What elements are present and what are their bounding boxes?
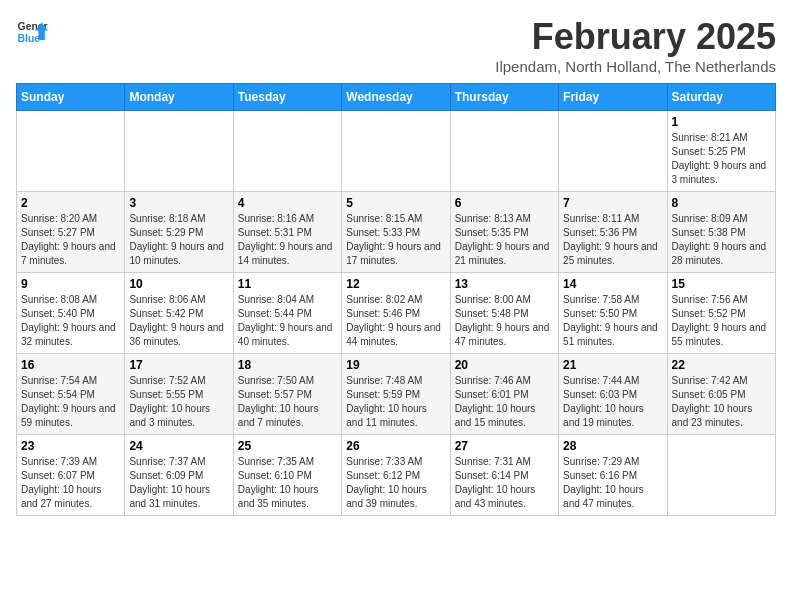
location-title: Ilpendam, North Holland, The Netherlands [495,58,776,75]
day-info: Sunrise: 8:20 AM Sunset: 5:27 PM Dayligh… [21,212,120,268]
day-number: 10 [129,277,228,291]
day-info: Sunrise: 8:21 AM Sunset: 5:25 PM Dayligh… [672,131,771,187]
calendar-week-row: 9Sunrise: 8:08 AM Sunset: 5:40 PM Daylig… [17,273,776,354]
day-number: 6 [455,196,554,210]
page-header: General Blue February 2025 Ilpendam, Nor… [16,16,776,75]
calendar-day-cell: 3Sunrise: 8:18 AM Sunset: 5:29 PM Daylig… [125,192,233,273]
day-info: Sunrise: 8:11 AM Sunset: 5:36 PM Dayligh… [563,212,662,268]
calendar-day-cell: 18Sunrise: 7:50 AM Sunset: 5:57 PM Dayli… [233,354,341,435]
day-info: Sunrise: 8:13 AM Sunset: 5:35 PM Dayligh… [455,212,554,268]
day-of-week-header: Friday [559,84,667,111]
day-info: Sunrise: 8:09 AM Sunset: 5:38 PM Dayligh… [672,212,771,268]
day-info: Sunrise: 8:15 AM Sunset: 5:33 PM Dayligh… [346,212,445,268]
calendar-day-cell: 16Sunrise: 7:54 AM Sunset: 5:54 PM Dayli… [17,354,125,435]
calendar-day-cell: 1Sunrise: 8:21 AM Sunset: 5:25 PM Daylig… [667,111,775,192]
title-area: February 2025 Ilpendam, North Holland, T… [495,16,776,75]
calendar-day-cell [667,435,775,516]
calendar-header-row: SundayMondayTuesdayWednesdayThursdayFrid… [17,84,776,111]
calendar-day-cell: 15Sunrise: 7:56 AM Sunset: 5:52 PM Dayli… [667,273,775,354]
calendar-day-cell: 14Sunrise: 7:58 AM Sunset: 5:50 PM Dayli… [559,273,667,354]
day-of-week-header: Tuesday [233,84,341,111]
logo: General Blue [16,16,48,48]
day-info: Sunrise: 7:58 AM Sunset: 5:50 PM Dayligh… [563,293,662,349]
calendar-day-cell: 25Sunrise: 7:35 AM Sunset: 6:10 PM Dayli… [233,435,341,516]
day-info: Sunrise: 7:35 AM Sunset: 6:10 PM Dayligh… [238,455,337,511]
day-info: Sunrise: 7:56 AM Sunset: 5:52 PM Dayligh… [672,293,771,349]
calendar-day-cell [450,111,558,192]
calendar-day-cell: 23Sunrise: 7:39 AM Sunset: 6:07 PM Dayli… [17,435,125,516]
day-info: Sunrise: 8:04 AM Sunset: 5:44 PM Dayligh… [238,293,337,349]
day-number: 15 [672,277,771,291]
day-info: Sunrise: 7:31 AM Sunset: 6:14 PM Dayligh… [455,455,554,511]
calendar-day-cell: 20Sunrise: 7:46 AM Sunset: 6:01 PM Dayli… [450,354,558,435]
day-number: 17 [129,358,228,372]
calendar-day-cell [233,111,341,192]
logo-icon: General Blue [16,16,48,48]
calendar-week-row: 16Sunrise: 7:54 AM Sunset: 5:54 PM Dayli… [17,354,776,435]
calendar-week-row: 23Sunrise: 7:39 AM Sunset: 6:07 PM Dayli… [17,435,776,516]
day-number: 13 [455,277,554,291]
svg-text:Blue: Blue [18,33,41,44]
day-number: 18 [238,358,337,372]
day-number: 24 [129,439,228,453]
day-number: 14 [563,277,662,291]
day-number: 28 [563,439,662,453]
calendar-day-cell [559,111,667,192]
calendar-day-cell: 13Sunrise: 8:00 AM Sunset: 5:48 PM Dayli… [450,273,558,354]
day-info: Sunrise: 7:39 AM Sunset: 6:07 PM Dayligh… [21,455,120,511]
day-info: Sunrise: 8:00 AM Sunset: 5:48 PM Dayligh… [455,293,554,349]
day-number: 19 [346,358,445,372]
day-info: Sunrise: 8:16 AM Sunset: 5:31 PM Dayligh… [238,212,337,268]
day-of-week-header: Monday [125,84,233,111]
calendar-day-cell: 28Sunrise: 7:29 AM Sunset: 6:16 PM Dayli… [559,435,667,516]
day-info: Sunrise: 8:08 AM Sunset: 5:40 PM Dayligh… [21,293,120,349]
calendar-day-cell: 22Sunrise: 7:42 AM Sunset: 6:05 PM Dayli… [667,354,775,435]
day-number: 20 [455,358,554,372]
calendar-day-cell [17,111,125,192]
calendar-week-row: 1Sunrise: 8:21 AM Sunset: 5:25 PM Daylig… [17,111,776,192]
day-info: Sunrise: 7:46 AM Sunset: 6:01 PM Dayligh… [455,374,554,430]
day-info: Sunrise: 8:18 AM Sunset: 5:29 PM Dayligh… [129,212,228,268]
day-number: 3 [129,196,228,210]
day-number: 7 [563,196,662,210]
calendar-day-cell [125,111,233,192]
day-number: 11 [238,277,337,291]
day-number: 8 [672,196,771,210]
day-info: Sunrise: 7:52 AM Sunset: 5:55 PM Dayligh… [129,374,228,430]
day-number: 22 [672,358,771,372]
day-info: Sunrise: 8:02 AM Sunset: 5:46 PM Dayligh… [346,293,445,349]
calendar-day-cell: 11Sunrise: 8:04 AM Sunset: 5:44 PM Dayli… [233,273,341,354]
calendar-day-cell: 6Sunrise: 8:13 AM Sunset: 5:35 PM Daylig… [450,192,558,273]
calendar-day-cell: 17Sunrise: 7:52 AM Sunset: 5:55 PM Dayli… [125,354,233,435]
day-number: 1 [672,115,771,129]
day-info: Sunrise: 7:37 AM Sunset: 6:09 PM Dayligh… [129,455,228,511]
day-of-week-header: Sunday [17,84,125,111]
day-number: 21 [563,358,662,372]
day-of-week-header: Saturday [667,84,775,111]
day-info: Sunrise: 7:29 AM Sunset: 6:16 PM Dayligh… [563,455,662,511]
calendar-day-cell [342,111,450,192]
day-number: 9 [21,277,120,291]
day-number: 12 [346,277,445,291]
calendar-day-cell: 27Sunrise: 7:31 AM Sunset: 6:14 PM Dayli… [450,435,558,516]
calendar-table: SundayMondayTuesdayWednesdayThursdayFrid… [16,83,776,516]
calendar-day-cell: 26Sunrise: 7:33 AM Sunset: 6:12 PM Dayli… [342,435,450,516]
day-of-week-header: Thursday [450,84,558,111]
calendar-day-cell: 24Sunrise: 7:37 AM Sunset: 6:09 PM Dayli… [125,435,233,516]
calendar-day-cell: 19Sunrise: 7:48 AM Sunset: 5:59 PM Dayli… [342,354,450,435]
calendar-day-cell: 9Sunrise: 8:08 AM Sunset: 5:40 PM Daylig… [17,273,125,354]
day-info: Sunrise: 7:44 AM Sunset: 6:03 PM Dayligh… [563,374,662,430]
day-info: Sunrise: 7:33 AM Sunset: 6:12 PM Dayligh… [346,455,445,511]
calendar-week-row: 2Sunrise: 8:20 AM Sunset: 5:27 PM Daylig… [17,192,776,273]
day-number: 25 [238,439,337,453]
calendar-day-cell: 7Sunrise: 8:11 AM Sunset: 5:36 PM Daylig… [559,192,667,273]
calendar-day-cell: 21Sunrise: 7:44 AM Sunset: 6:03 PM Dayli… [559,354,667,435]
day-info: Sunrise: 7:48 AM Sunset: 5:59 PM Dayligh… [346,374,445,430]
day-info: Sunrise: 7:42 AM Sunset: 6:05 PM Dayligh… [672,374,771,430]
calendar-day-cell: 4Sunrise: 8:16 AM Sunset: 5:31 PM Daylig… [233,192,341,273]
day-info: Sunrise: 8:06 AM Sunset: 5:42 PM Dayligh… [129,293,228,349]
day-number: 2 [21,196,120,210]
day-info: Sunrise: 7:50 AM Sunset: 5:57 PM Dayligh… [238,374,337,430]
calendar-day-cell: 8Sunrise: 8:09 AM Sunset: 5:38 PM Daylig… [667,192,775,273]
calendar-day-cell: 5Sunrise: 8:15 AM Sunset: 5:33 PM Daylig… [342,192,450,273]
